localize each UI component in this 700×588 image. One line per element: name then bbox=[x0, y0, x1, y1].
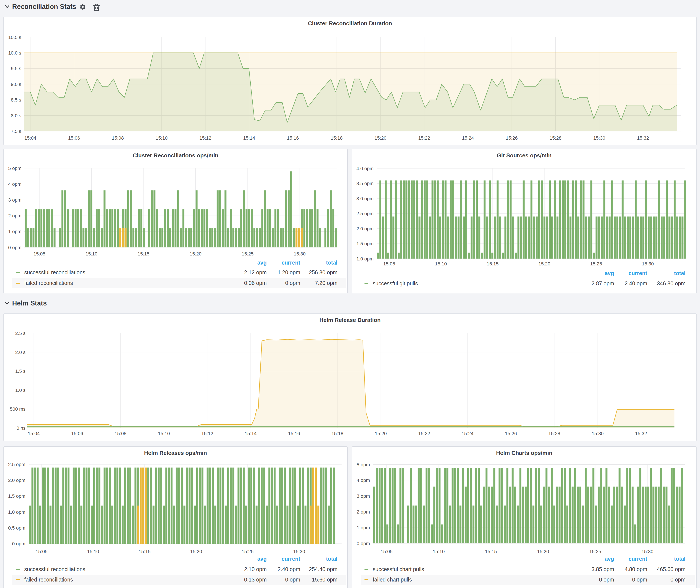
svg-text:current: current bbox=[629, 270, 647, 276]
svg-text:256.80 opm: 256.80 opm bbox=[309, 269, 337, 275]
svg-text:5 opm: 5 opm bbox=[357, 462, 370, 467]
svg-text:15:18: 15:18 bbox=[331, 135, 343, 141]
svg-text:15:15: 15:15 bbox=[137, 251, 149, 257]
svg-text:2.0 s: 2.0 s bbox=[15, 350, 26, 355]
svg-text:Cluster Reconciliation Duratio: Cluster Reconciliation Duration bbox=[308, 20, 392, 27]
svg-text:0.5 opm: 0.5 opm bbox=[8, 525, 26, 531]
svg-text:15:05: 15:05 bbox=[35, 549, 47, 554]
svg-text:10.5 s: 10.5 s bbox=[8, 35, 21, 40]
svg-text:0 opm: 0 opm bbox=[671, 577, 685, 583]
svg-text:15:04: 15:04 bbox=[28, 431, 40, 436]
svg-text:2.12 opm: 2.12 opm bbox=[244, 269, 267, 275]
svg-text:15:15: 15:15 bbox=[485, 549, 497, 554]
svg-text:15:26: 15:26 bbox=[506, 135, 518, 141]
svg-text:3.5 opm: 3.5 opm bbox=[356, 181, 374, 186]
svg-text:0 opm: 0 opm bbox=[357, 541, 370, 546]
svg-text:15:25: 15:25 bbox=[590, 261, 602, 267]
svg-text:4.0 opm: 4.0 opm bbox=[356, 166, 374, 171]
svg-text:15:12: 15:12 bbox=[199, 135, 211, 141]
svg-text:15:30: 15:30 bbox=[293, 549, 305, 554]
svg-text:failed reconciliations: failed reconciliations bbox=[24, 280, 73, 286]
svg-text:15:05: 15:05 bbox=[383, 261, 395, 267]
svg-text:15:20: 15:20 bbox=[374, 135, 386, 141]
svg-text:Helm Charts ops/min: Helm Charts ops/min bbox=[496, 450, 552, 456]
svg-text:15:32: 15:32 bbox=[635, 431, 647, 436]
svg-text:1.5 s: 1.5 s bbox=[15, 368, 26, 374]
svg-text:3 opm: 3 opm bbox=[357, 493, 370, 499]
svg-text:failed chart pulls: failed chart pulls bbox=[373, 577, 412, 583]
svg-text:346.80 opm: 346.80 opm bbox=[657, 280, 685, 286]
svg-text:current: current bbox=[629, 556, 647, 562]
svg-text:15:22: 15:22 bbox=[418, 431, 430, 436]
svg-text:9.0 s: 9.0 s bbox=[11, 82, 21, 87]
svg-text:15:10: 15:10 bbox=[156, 135, 168, 141]
svg-text:2 opm: 2 opm bbox=[8, 213, 21, 218]
svg-text:15:25: 15:25 bbox=[242, 549, 253, 554]
svg-text:1.0 opm: 1.0 opm bbox=[356, 256, 374, 262]
svg-text:15:22: 15:22 bbox=[418, 135, 430, 141]
svg-text:3.85 opm: 3.85 opm bbox=[592, 566, 614, 572]
svg-text:2.40 opm: 2.40 opm bbox=[278, 566, 300, 572]
svg-text:15:20: 15:20 bbox=[190, 251, 202, 257]
svg-text:2.87 opm: 2.87 opm bbox=[592, 280, 614, 286]
svg-text:15:10: 15:10 bbox=[158, 431, 170, 436]
svg-text:15:18: 15:18 bbox=[331, 431, 343, 436]
svg-text:15:25: 15:25 bbox=[242, 251, 253, 257]
svg-text:465.60 opm: 465.60 opm bbox=[657, 566, 685, 572]
svg-text:total: total bbox=[674, 270, 685, 276]
svg-text:2.10 opm: 2.10 opm bbox=[244, 566, 267, 572]
svg-text:total: total bbox=[326, 556, 337, 562]
svg-text:15:16: 15:16 bbox=[287, 135, 299, 141]
svg-text:2.0 opm: 2.0 opm bbox=[8, 478, 26, 483]
svg-text:Reconciliation Stats: Reconciliation Stats bbox=[12, 3, 76, 10]
svg-text:15:30: 15:30 bbox=[642, 261, 654, 267]
svg-text:15:20: 15:20 bbox=[538, 261, 550, 267]
svg-text:15:04: 15:04 bbox=[24, 135, 36, 141]
svg-text:15:28: 15:28 bbox=[550, 135, 561, 141]
svg-text:15:14: 15:14 bbox=[245, 431, 256, 436]
svg-text:current: current bbox=[282, 260, 300, 266]
svg-text:avg: avg bbox=[257, 260, 267, 266]
svg-text:15:05: 15:05 bbox=[33, 251, 45, 257]
svg-text:current: current bbox=[282, 556, 300, 562]
svg-text:Helm Stats: Helm Stats bbox=[12, 299, 47, 307]
svg-text:0 opm: 0 opm bbox=[632, 577, 647, 583]
svg-text:1.20 opm: 1.20 opm bbox=[278, 269, 300, 275]
svg-text:15:24: 15:24 bbox=[461, 431, 473, 436]
svg-text:2 opm: 2 opm bbox=[357, 509, 370, 515]
svg-text:15:26: 15:26 bbox=[505, 431, 517, 436]
svg-text:successful git pulls: successful git pulls bbox=[373, 280, 418, 286]
svg-text:15:24: 15:24 bbox=[462, 135, 474, 141]
svg-text:15.60 opm: 15.60 opm bbox=[312, 577, 337, 583]
svg-text:1.5 opm: 1.5 opm bbox=[8, 493, 26, 499]
svg-text:2.40 opm: 2.40 opm bbox=[625, 280, 647, 286]
svg-text:15:20: 15:20 bbox=[375, 431, 387, 436]
svg-text:15:14: 15:14 bbox=[243, 135, 255, 141]
svg-text:8.5 s: 8.5 s bbox=[11, 97, 21, 103]
svg-text:1 opm: 1 opm bbox=[357, 525, 370, 530]
svg-text:0 opm: 0 opm bbox=[285, 280, 300, 286]
svg-text:2.5 opm: 2.5 opm bbox=[8, 462, 26, 467]
svg-text:0 ns: 0 ns bbox=[16, 425, 26, 431]
svg-text:4 opm: 4 opm bbox=[8, 181, 21, 187]
svg-text:successful chart pulls: successful chart pulls bbox=[373, 566, 424, 572]
svg-text:15:05: 15:05 bbox=[381, 549, 392, 554]
svg-text:0.13 opm: 0.13 opm bbox=[244, 577, 267, 583]
svg-text:avg: avg bbox=[257, 556, 267, 562]
svg-text:15:06: 15:06 bbox=[71, 431, 83, 436]
svg-text:1.0 s: 1.0 s bbox=[15, 388, 26, 393]
svg-text:3.0 opm: 3.0 opm bbox=[356, 196, 374, 201]
svg-text:total: total bbox=[674, 556, 685, 562]
svg-text:avg: avg bbox=[605, 556, 614, 562]
svg-text:15:16: 15:16 bbox=[288, 431, 300, 436]
svg-text:1.0 opm: 1.0 opm bbox=[8, 509, 26, 515]
svg-text:15:10: 15:10 bbox=[433, 549, 445, 554]
svg-text:15:15: 15:15 bbox=[487, 261, 498, 267]
svg-text:15:28: 15:28 bbox=[548, 431, 560, 436]
svg-text:15:20: 15:20 bbox=[190, 549, 202, 554]
svg-text:2.5 s: 2.5 s bbox=[15, 331, 26, 336]
svg-text:total: total bbox=[326, 260, 337, 266]
svg-text:15:10: 15:10 bbox=[435, 261, 447, 267]
svg-text:15:30: 15:30 bbox=[641, 549, 653, 554]
svg-text:successful reconciliations: successful reconciliations bbox=[24, 269, 85, 275]
